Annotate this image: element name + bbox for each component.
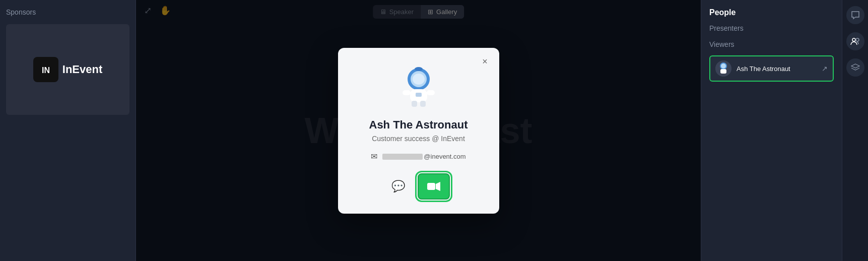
icon-strip (842, 0, 868, 261)
video-call-button[interactable] (418, 173, 450, 200)
profile-modal: × (338, 48, 499, 214)
svg-marker-13 (436, 182, 440, 191)
layers-strip-icon[interactable] (846, 58, 864, 77)
modal-overlay: × (136, 0, 701, 261)
svg-point-4 (413, 74, 425, 85)
people-tabs: Presenters Viewers (701, 21, 842, 51)
right-sidebar: People Presenters Viewers Ash The Astron… (701, 0, 842, 261)
modal-email: @inevent.com (382, 153, 465, 160)
svg-rect-7 (427, 90, 435, 95)
viewer-avatar (715, 60, 731, 77)
svg-rect-9 (420, 101, 426, 107)
viewers-tab[interactable]: Viewers (709, 37, 834, 51)
viewer-action-icon[interactable]: ↗ (822, 64, 828, 73)
modal-user-role: Customer success @ InEvent (372, 135, 465, 143)
modal-close-button[interactable]: × (478, 55, 492, 69)
sponsor-name: InEvent (62, 63, 102, 76)
sponsor-icon: IN (33, 57, 58, 82)
svg-rect-11 (416, 93, 422, 97)
left-sidebar: Sponsors IN InEvent (0, 0, 136, 261)
svg-rect-12 (427, 183, 435, 190)
people-strip-icon[interactable] (846, 32, 864, 50)
svg-point-10 (415, 67, 423, 71)
chat-strip-icon[interactable] (846, 6, 864, 24)
modal-actions: 💬 (387, 173, 450, 200)
sponsors-title: Sponsors (6, 6, 129, 18)
modal-email-row: ✉ @inevent.com (371, 152, 465, 161)
viewer-name: Ash The Astronaut (737, 65, 817, 73)
modal-user-name: Ash The Astronaut (369, 118, 468, 132)
astronaut-avatar (396, 64, 441, 109)
svg-rect-6 (403, 90, 411, 95)
sponsor-card[interactable]: IN InEvent (6, 24, 129, 115)
viewer-list-item[interactable]: Ash The Astronaut ↗ (709, 55, 834, 82)
svg-point-18 (852, 38, 855, 41)
email-icon: ✉ (371, 152, 377, 161)
svg-rect-8 (412, 101, 417, 107)
people-title: People (701, 0, 842, 21)
chat-button[interactable]: 💬 (387, 175, 410, 198)
sponsor-logo: IN InEvent (33, 57, 102, 82)
main-content: ⤢ ✋ 🖥 Speaker ⊞ Gallery W ast × (136, 0, 701, 261)
svg-point-19 (856, 38, 859, 41)
svg-text:IN: IN (42, 66, 50, 75)
svg-rect-17 (720, 69, 726, 74)
presenters-tab[interactable]: Presenters (709, 21, 834, 35)
svg-point-16 (721, 63, 726, 69)
email-redacted (382, 154, 423, 160)
